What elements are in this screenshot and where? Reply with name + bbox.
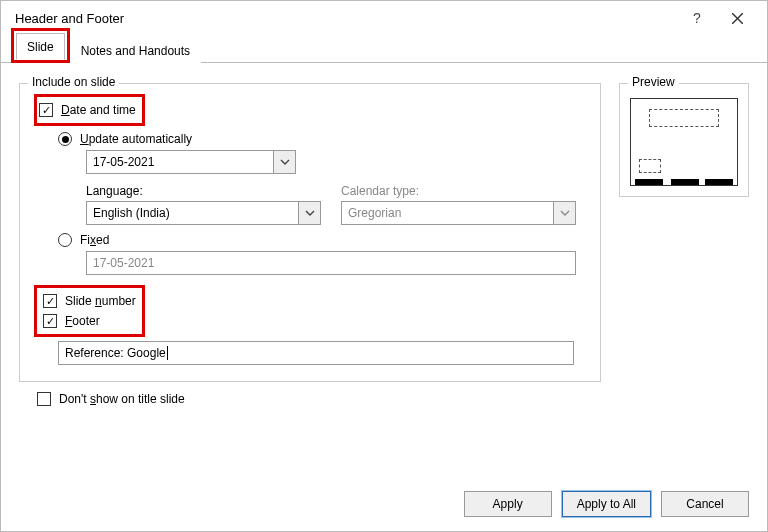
preview-group: Preview (619, 83, 749, 197)
group-legend: Include on slide (28, 75, 119, 89)
fixed-radio[interactable] (58, 233, 72, 247)
footer-marker (671, 179, 699, 185)
update-auto-label: Update automatically (80, 132, 192, 146)
text-cursor (167, 346, 168, 360)
tab-slide[interactable]: Slide (16, 33, 65, 60)
footer-text-field[interactable]: Reference: Google (58, 341, 574, 365)
slide-number-label: Slide number (65, 294, 136, 308)
dialog-buttons: Apply Apply to All Cancel (464, 491, 749, 517)
slide-preview (630, 98, 738, 186)
apply-button[interactable]: Apply (464, 491, 552, 517)
footer-label: Footer (65, 314, 100, 328)
datetime-marker (635, 179, 663, 185)
cancel-button[interactable]: Cancel (661, 491, 749, 517)
datetime-label: Date and time (61, 103, 136, 117)
dialog-title: Header and Footer (15, 11, 677, 26)
hide-on-title-label: Don't show on title slide (59, 392, 185, 406)
fixed-date-field: 17-05-2021 (86, 251, 576, 275)
preview-label: Preview (628, 75, 679, 89)
language-value: English (India) (93, 206, 170, 220)
language-label: Language: (86, 184, 321, 198)
titlebar: Header and Footer ? (1, 1, 767, 35)
footer-text-value: Reference: Google (65, 346, 166, 360)
header-footer-dialog: Header and Footer ? Slide Notes and Hand… (0, 0, 768, 532)
title-placeholder (649, 109, 719, 127)
date-format-value: 17-05-2021 (93, 155, 154, 169)
close-button[interactable] (717, 3, 757, 33)
tabs: Slide Notes and Handouts (1, 35, 767, 63)
footer-checkbox[interactable] (43, 314, 57, 328)
fixed-date-value: 17-05-2021 (93, 256, 154, 270)
chevron-down-icon (553, 202, 575, 224)
slidenum-marker (705, 179, 733, 185)
tab-notes-handouts[interactable]: Notes and Handouts (70, 37, 201, 63)
hide-on-title-checkbox[interactable] (37, 392, 51, 406)
update-auto-radio[interactable] (58, 132, 72, 146)
slide-number-checkbox[interactable] (43, 294, 57, 308)
calendar-type-value: Gregorian (348, 206, 401, 220)
chevron-down-icon (298, 202, 320, 224)
apply-to-all-button[interactable]: Apply to All (562, 491, 651, 517)
calendar-type-label: Calendar type: (341, 184, 576, 198)
subtitle-placeholder (639, 159, 661, 173)
fixed-label: Fixed (80, 233, 109, 247)
datetime-checkbox[interactable] (39, 103, 53, 117)
date-format-combo[interactable]: 17-05-2021 (86, 150, 296, 174)
calendar-type-combo: Gregorian (341, 201, 576, 225)
chevron-down-icon (273, 151, 295, 173)
include-on-slide-group: Include on slide Date and time Update au… (19, 83, 601, 382)
help-button[interactable]: ? (677, 3, 717, 33)
language-combo[interactable]: English (India) (86, 201, 321, 225)
